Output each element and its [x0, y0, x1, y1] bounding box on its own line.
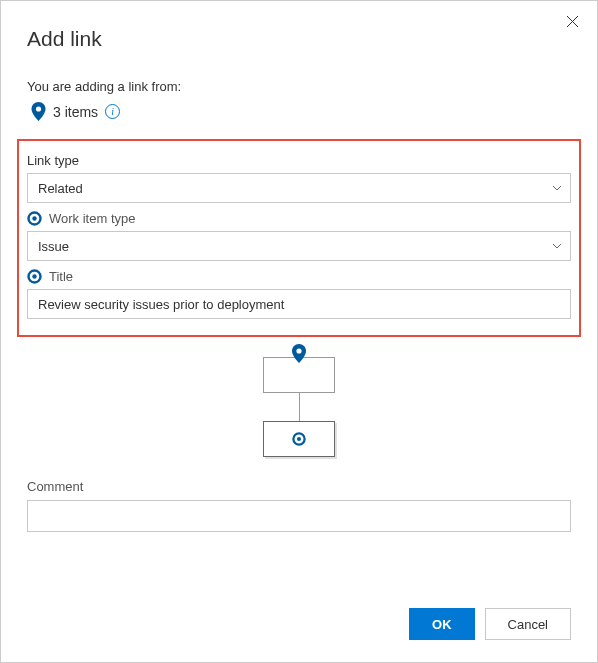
- svg-point-4: [32, 216, 36, 220]
- svg-point-7: [296, 348, 301, 353]
- pin-icon: [292, 344, 307, 363]
- link-type-select[interactable]: Related: [27, 173, 571, 203]
- target-icon: [27, 211, 42, 226]
- field-work-item-type: Work item type Issue: [27, 211, 571, 261]
- ok-button[interactable]: OK: [409, 608, 475, 640]
- pin-icon: [31, 102, 46, 121]
- svg-point-2: [36, 106, 41, 111]
- source-items-row: 3 items i: [27, 102, 571, 121]
- field-title: Title: [27, 269, 571, 319]
- field-link-type: Link type Related: [27, 153, 571, 203]
- svg-point-6: [32, 274, 36, 278]
- close-icon: [566, 15, 579, 28]
- source-count: 3 items: [53, 104, 98, 120]
- title-label: Title: [49, 269, 73, 284]
- highlight-region: Link type Related Work item type Issue: [17, 139, 581, 337]
- relationship-diagram: [27, 357, 571, 457]
- comment-label: Comment: [27, 479, 571, 494]
- title-input[interactable]: [27, 289, 571, 319]
- add-link-dialog: Add link You are adding a link from: 3 i…: [0, 0, 598, 663]
- work-item-type-label: Work item type: [49, 211, 135, 226]
- work-item-type-select[interactable]: Issue: [27, 231, 571, 261]
- close-button[interactable]: [566, 15, 579, 31]
- link-type-label: Link type: [27, 153, 79, 168]
- subheading: You are adding a link from:: [27, 79, 571, 94]
- svg-point-9: [297, 437, 301, 441]
- diagram-source-node: [263, 357, 335, 393]
- target-icon: [27, 269, 42, 284]
- dialog-title: Add link: [27, 27, 571, 51]
- diagram-connector: [299, 393, 300, 421]
- target-icon: [292, 432, 306, 446]
- diagram-target-node: [263, 421, 335, 457]
- cancel-button[interactable]: Cancel: [485, 608, 571, 640]
- dialog-footer: OK Cancel: [409, 608, 571, 640]
- info-icon[interactable]: i: [105, 104, 120, 119]
- comment-input[interactable]: [27, 500, 571, 532]
